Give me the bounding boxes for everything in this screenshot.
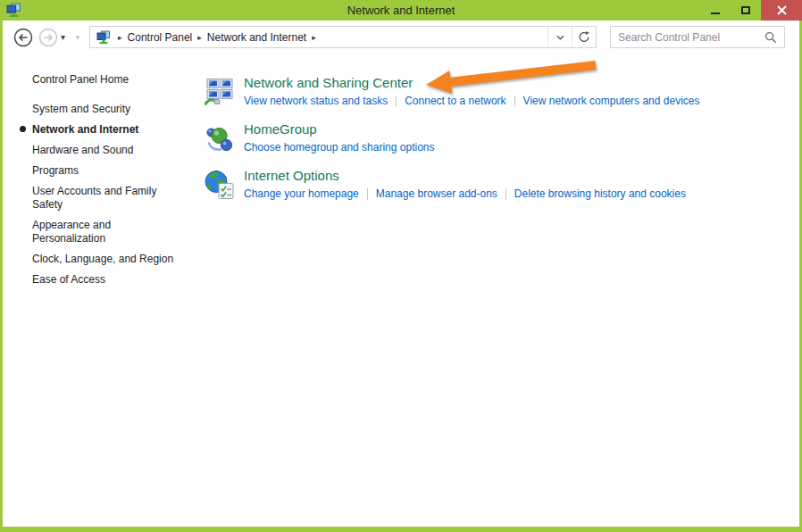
search-icon[interactable] — [764, 31, 777, 44]
homegroup-icon — [205, 123, 235, 154]
link-divider — [505, 188, 506, 200]
link-connect-to-a-network[interactable]: Connect to a network — [405, 95, 505, 107]
window-title: Network and Internet — [0, 4, 802, 17]
recent-pages-dropdown[interactable]: ▾ — [58, 32, 70, 42]
sidebar-item-appearance-and-personalization[interactable]: Appearance and Personalization — [32, 219, 186, 245]
task-links: Choose homegroup and sharing options — [244, 140, 434, 154]
maximize-button[interactable] — [731, 0, 761, 21]
section-text: Internet Options Change your homepage Ma… — [244, 168, 686, 201]
back-icon — [13, 28, 33, 47]
control-panel-window: Network and Internet — [0, 0, 802, 532]
up-arrow-icon — [75, 29, 80, 46]
section-text: Network and Sharing Center View network … — [244, 75, 700, 108]
sidebar-item-system-and-security[interactable]: System and Security — [32, 103, 186, 116]
category-list: Network and Sharing Center View network … — [192, 54, 799, 527]
control-panel-icon — [96, 30, 111, 45]
sidebar-item-control-panel-home[interactable]: Control Panel Home — [32, 73, 186, 87]
content-area: Control Panel Home System and Security N… — [3, 54, 799, 527]
search-input[interactable] — [618, 31, 764, 44]
minimize-button[interactable] — [700, 0, 731, 21]
sidebar: Control Panel Home System and Security N… — [3, 54, 192, 527]
link-view-network-computers-and-devices[interactable]: View network computers and devices — [523, 95, 700, 107]
sidebar-item-network-and-internet[interactable]: Network and Internet — [32, 123, 186, 137]
titlebar: Network and Internet — [0, 0, 802, 21]
section-internet-options: Internet Options Change your homepage Ma… — [205, 168, 799, 201]
sidebar-item-programs[interactable]: Programs — [32, 164, 186, 178]
breadcrumb-chevron[interactable]: ▸ — [113, 33, 128, 42]
internet-options-icon — [205, 170, 235, 201]
section-homegroup: HomeGroup Choose homegroup and sharing o… — [205, 121, 799, 154]
link-divider — [367, 188, 368, 200]
minimize-icon — [711, 12, 720, 14]
link-choose-homegroup-and-sharing-options[interactable]: Choose homegroup and sharing options — [244, 141, 434, 154]
chevron-down-icon — [556, 35, 564, 40]
navigation-toolbar: ▾ ▸ Control Panel ▸ Network and Internet… — [3, 21, 799, 54]
sidebar-item-clock-language-and-region[interactable]: Clock, Language, and Region — [32, 253, 186, 266]
task-links: View network status and tasks Connect to… — [244, 94, 700, 108]
link-view-network-status-and-tasks[interactable]: View network status and tasks — [244, 95, 388, 107]
up-button[interactable] — [70, 28, 89, 47]
maximize-icon — [741, 6, 750, 14]
window-controls — [700, 0, 802, 21]
close-icon — [777, 5, 787, 15]
link-manage-browser-add-ons[interactable]: Manage browser add-ons — [376, 187, 497, 200]
search-box[interactable] — [610, 26, 785, 48]
link-delete-browsing-history-and-cookies[interactable]: Delete browsing history and cookies — [514, 187, 686, 200]
breadcrumb-chevron[interactable]: ▸ — [192, 33, 207, 42]
section-network-and-sharing-center: Network and Sharing Center View network … — [205, 75, 799, 108]
network-sharing-center-icon — [205, 77, 235, 108]
address-dropdown-button[interactable] — [547, 26, 572, 48]
sidebar-item-ease-of-access[interactable]: Ease of Access — [32, 273, 186, 287]
sidebar-item-user-accounts-and-family-safety[interactable]: User Accounts and Family Safety — [32, 185, 186, 212]
section-text: HomeGroup Choose homegroup and sharing o… — [244, 121, 434, 154]
forward-icon — [38, 28, 58, 47]
address-bar[interactable]: ▸ Control Panel ▸ Network and Internet ▸ — [89, 26, 597, 48]
task-links: Change your homepage Manage browser add-… — [244, 187, 686, 201]
breadcrumb-network-and-internet[interactable]: Network and Internet — [207, 31, 306, 44]
breadcrumb-chevron[interactable]: ▸ — [306, 33, 322, 42]
link-divider — [514, 96, 515, 107]
refresh-icon — [578, 30, 590, 44]
category-title-homegroup[interactable]: HomeGroup — [244, 121, 434, 137]
close-button[interactable] — [761, 0, 802, 21]
link-change-your-homepage[interactable]: Change your homepage — [244, 187, 359, 200]
sidebar-item-hardware-and-sound[interactable]: Hardware and Sound — [32, 144, 186, 157]
category-title-internet-options[interactable]: Internet Options — [244, 168, 686, 184]
forward-button[interactable] — [38, 28, 58, 47]
link-divider — [396, 96, 397, 107]
control-panel-icon — [6, 3, 21, 18]
breadcrumb-control-panel[interactable]: Control Panel — [128, 31, 193, 44]
refresh-button[interactable] — [572, 26, 596, 48]
back-button[interactable] — [13, 28, 33, 47]
active-bullet — [20, 126, 26, 132]
window-body: ▾ ▸ Control Panel ▸ Network and Internet… — [3, 21, 799, 527]
category-title-network-and-sharing-center[interactable]: Network and Sharing Center — [244, 75, 700, 91]
